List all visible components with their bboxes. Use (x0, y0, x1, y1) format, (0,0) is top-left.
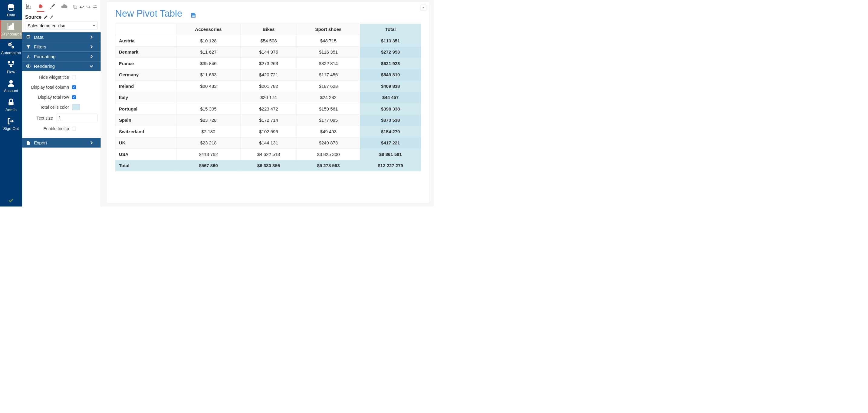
total-cell: $417 221 (360, 137, 421, 149)
nav-label: Flow (7, 70, 15, 75)
widget-title: New Pivot Table (115, 8, 183, 19)
row-header: Germany (115, 69, 177, 81)
row-header: USA (115, 149, 177, 160)
data-cell: $102 596 (240, 126, 297, 138)
tab-style[interactable] (49, 1, 56, 12)
accordion-rendering[interactable]: Rendering (22, 61, 101, 71)
accordion-label: Rendering (34, 64, 55, 69)
enable-tooltip-checkbox[interactable] (72, 127, 76, 131)
nav-data[interactable]: Data (0, 1, 22, 20)
chevron-right-icon (89, 44, 94, 49)
brush-icon[interactable] (49, 15, 54, 19)
csv-badge[interactable]: csv (191, 13, 195, 18)
data-cell: $223 472 (240, 103, 297, 115)
svg-rect-8 (8, 61, 10, 63)
svg-rect-10 (10, 65, 12, 67)
paintbrush-icon (49, 3, 56, 10)
signout-icon (7, 117, 16, 125)
source-select[interactable]: Sales-demo-en.xlsx (25, 22, 98, 30)
col-header: Accessories (177, 24, 240, 35)
row-header: Italy (115, 92, 177, 103)
config-panel: Source Sales-demo-en.xlsx Data Filters F… (22, 0, 101, 206)
accordion-label: Filters (34, 44, 46, 49)
nav-check[interactable] (0, 195, 22, 206)
tab-chart[interactable] (25, 1, 32, 12)
accordion-filters[interactable]: Filters (22, 42, 101, 52)
text-size-input[interactable] (56, 114, 98, 122)
accordion-data[interactable]: Data (22, 32, 101, 42)
data-cell: $2 180 (177, 126, 240, 138)
eye-icon (26, 64, 31, 69)
row-header: Portugal (115, 103, 177, 115)
display-total-row-checkbox[interactable] (72, 95, 76, 99)
data-cell: $187 623 (297, 81, 360, 92)
user-icon (7, 79, 16, 88)
col-header: Bikes (240, 24, 297, 35)
chevron-right-icon (89, 140, 94, 145)
swap-icon[interactable] (93, 4, 98, 9)
nav-automation[interactable]: Automation (0, 39, 22, 58)
main-area: New Pivot Table csv Accessories Bikes Sp… (101, 0, 434, 206)
data-cell: $23 218 (177, 137, 240, 149)
accordion-export[interactable]: Export (22, 138, 101, 148)
gear-icon (37, 3, 44, 10)
svg-rect-12 (8, 102, 13, 106)
nav-signout[interactable]: Sign-Out (0, 115, 22, 134)
undo-icon[interactable] (79, 4, 85, 9)
checkmark-icon (7, 198, 15, 204)
nav-dashboards[interactable]: Dashboards (0, 20, 22, 39)
display-total-column-label: Display total column (25, 85, 72, 90)
svg-rect-9 (12, 61, 14, 63)
data-cell: $322 814 (297, 58, 360, 69)
chevron-down-icon (89, 64, 94, 69)
display-total-column-checkbox[interactable] (72, 85, 76, 89)
svg-point-11 (9, 80, 13, 84)
data-cell: $11 627 (177, 46, 240, 58)
total-cell: $409 838 (360, 81, 421, 92)
database-icon (7, 3, 16, 12)
nav-account[interactable]: Account (0, 77, 22, 96)
row-footer-label: Total (115, 160, 177, 171)
display-total-row-label: Display total row (25, 94, 72, 100)
data-cell: $172 714 (240, 114, 297, 126)
footer-cell: $5 278 563 (297, 160, 360, 171)
data-cell: $273 263 (240, 58, 297, 69)
data-cell: $15 305 (177, 103, 240, 115)
svg-point-14 (27, 35, 30, 36)
nav-admin[interactable]: Admin (0, 96, 22, 115)
total-cells-color-swatch[interactable] (72, 104, 80, 110)
widget-menu-button[interactable] (421, 5, 427, 11)
data-cell: $249 873 (297, 137, 360, 149)
row-header: Denmark (115, 46, 177, 58)
main-nav: Data Dashboards Automation Flow Account … (0, 0, 22, 206)
data-cell: $144 975 (240, 46, 297, 58)
database-icon (26, 34, 31, 40)
caret-down-icon (422, 6, 425, 9)
text-size-label: Text size (25, 115, 56, 121)
rendering-panel: Hide widget title Display total column D… (22, 71, 101, 138)
data-cell (177, 92, 240, 103)
edit-icon[interactable] (43, 15, 48, 19)
copy-icon[interactable] (73, 4, 78, 9)
data-cell: $117 456 (297, 69, 360, 81)
data-cell: $54 508 (240, 35, 297, 47)
accordion-formatting[interactable]: Formatting (22, 52, 101, 61)
total-cell: $113 351 (360, 35, 421, 47)
data-cell: $159 561 (297, 103, 360, 115)
data-cell: $4 622 518 (240, 149, 297, 160)
col-header: Sport shoes (297, 24, 360, 35)
svg-rect-2 (10, 25, 12, 29)
redo-icon[interactable] (86, 4, 91, 9)
total-cell: $398 338 (360, 103, 421, 115)
cloud-icon (61, 3, 68, 10)
nav-flow[interactable]: Flow (0, 58, 22, 77)
hide-widget-title-checkbox[interactable] (72, 76, 76, 79)
row-header: France (115, 58, 177, 69)
data-cell: $20 174 (240, 92, 297, 103)
nav-label: Sign-Out (3, 126, 19, 131)
tab-cloud[interactable] (61, 1, 68, 12)
source-label: Source (25, 14, 41, 20)
total-cell: $373 538 (360, 114, 421, 126)
tab-settings[interactable] (37, 1, 44, 12)
row-header: Switzerland (115, 126, 177, 138)
